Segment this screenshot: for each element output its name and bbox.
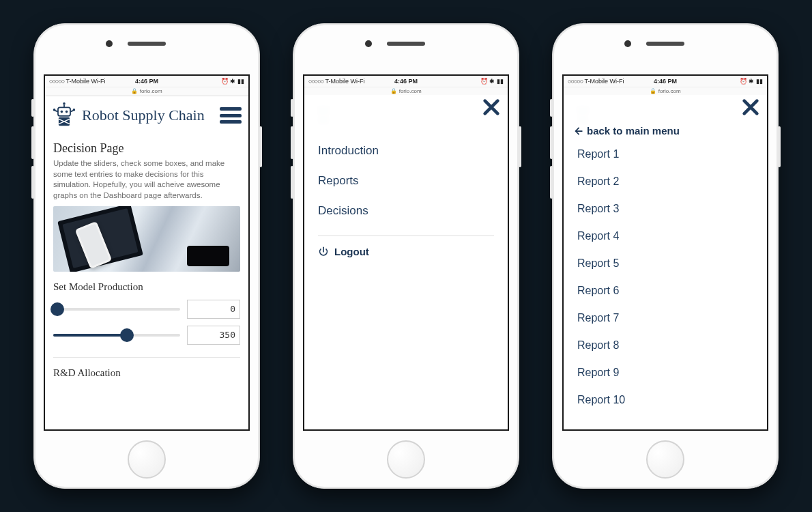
screen-2: ○○○○○ T-Mobile Wi-Fi 4:46 PM ⏰ ✱ ▮▮ 🔒 fo… — [303, 74, 509, 431]
status-right-icons: ⏰ ✱ ▮▮ — [480, 78, 504, 85]
menu-separator — [318, 236, 494, 236]
back-label: back to main menu — [587, 125, 680, 137]
hero-image — [53, 206, 240, 272]
slider-2-value-input[interactable]: 350 — [187, 326, 240, 345]
svg-point-3 — [61, 111, 63, 113]
stage: ○○○○○ T-Mobile Wi-Fi 4:46 PM ⏰ ✱ ▮▮ 🔒 fo… — [0, 0, 812, 512]
menu-item-decisions[interactable]: Decisions — [304, 196, 508, 226]
home-button[interactable] — [387, 440, 425, 479]
home-button[interactable] — [646, 440, 684, 479]
brand: Robot Supply Chain — [52, 102, 205, 129]
status-right-icons: ⏰ ✱ ▮▮ — [740, 78, 763, 85]
logout-label: Logout — [334, 246, 369, 257]
logout-button[interactable]: Logout — [304, 246, 508, 257]
svg-point-6 — [53, 109, 56, 111]
page-description: Update the sliders, check some boxes, an… — [53, 158, 240, 201]
divider — [53, 357, 240, 358]
menu-item-introduction[interactable]: Introduction — [304, 136, 508, 166]
slider-row-2: 350 — [53, 326, 240, 345]
phone-mockup-3: ○○○○○ T-Mobile Wi-Fi 4:46 PM ⏰ ✱ ▮▮ 🔒 fo… — [552, 23, 779, 489]
phone-mockup-1: ○○○○○ T-Mobile Wi-Fi 4:46 PM ⏰ ✱ ▮▮ 🔒 fo… — [33, 23, 260, 489]
screen-1: ○○○○○ T-Mobile Wi-Fi 4:46 PM ⏰ ✱ ▮▮ 🔒 fo… — [44, 74, 250, 431]
app-header: Robot Supply Chain — [45, 96, 248, 134]
carrier-label: T-Mobile Wi-Fi — [325, 78, 365, 85]
clock-label: 4:46 PM — [394, 78, 418, 85]
url-label: forio.com — [399, 88, 422, 94]
close-icon[interactable] — [482, 98, 501, 119]
url-label: forio.com — [140, 88, 162, 94]
svg-point-8 — [73, 109, 76, 111]
home-button[interactable] — [128, 440, 166, 479]
slider-1[interactable] — [53, 308, 180, 311]
main-menu-list: Introduction Reports Decisions Logout — [304, 136, 508, 257]
slider-thumb-1[interactable] — [50, 302, 64, 316]
arrow-left-icon — [573, 126, 583, 136]
report-item-6[interactable]: Report 6 — [564, 277, 767, 304]
svg-rect-2 — [58, 107, 70, 116]
section-title-rnd: R&D Allocation — [53, 367, 240, 379]
clock-label: 4:46 PM — [654, 78, 677, 85]
power-icon — [318, 246, 329, 257]
robot-icon — [52, 102, 76, 129]
clock-label: 4:46 PM — [135, 78, 158, 85]
report-item-8[interactable]: Report 8 — [564, 332, 767, 359]
svg-point-4 — [66, 111, 68, 113]
report-item-9[interactable]: Report 9 — [564, 359, 767, 386]
slider-2[interactable] — [53, 334, 180, 337]
section-title-production: Set Model Production — [53, 281, 240, 293]
brand-title: Robot Supply Chain — [82, 107, 205, 123]
slider-row-1: 0 — [53, 300, 240, 319]
browser-urlbar: 🔒 forio.com — [45, 87, 248, 96]
svg-point-0 — [63, 102, 66, 105]
report-item-1[interactable]: Report 1 — [564, 141, 767, 168]
report-item-4[interactable]: Report 4 — [564, 223, 767, 250]
carrier-label: T-Mobile Wi-Fi — [585, 78, 624, 85]
menu-item-reports[interactable]: Reports — [304, 166, 508, 196]
menu-overlay: Introduction Reports Decisions Logout — [304, 95, 508, 429]
ios-statusbar: ○○○○○ T-Mobile Wi-Fi 4:46 PM ⏰ ✱ ▮▮ — [45, 76, 248, 87]
report-item-7[interactable]: Report 7 — [564, 304, 767, 332]
report-item-5[interactable]: Report 5 — [564, 250, 767, 277]
page-title: Decision Page — [53, 141, 240, 156]
ios-statusbar: ○○○○○ T-Mobile Wi-Fi 4:46 PM ⏰ ✱ ▮▮ — [304, 76, 508, 87]
screen-3: ○○○○○ T-Mobile Wi-Fi 4:46 PM ⏰ ✱ ▮▮ 🔒 fo… — [562, 74, 768, 431]
slider-thumb-2[interactable] — [120, 328, 134, 342]
phone-mockup-2: ○○○○○ T-Mobile Wi-Fi 4:46 PM ⏰ ✱ ▮▮ 🔒 fo… — [293, 23, 519, 489]
submenu-overlay: back to main menu Report 1 Report 2 Repo… — [564, 95, 767, 429]
back-to-main-link[interactable]: back to main menu — [573, 125, 767, 137]
status-right-icons: ⏰ ✱ ▮▮ — [221, 78, 244, 85]
report-item-10[interactable]: Report 10 — [564, 386, 767, 414]
menu-hamburger-icon[interactable] — [220, 107, 242, 124]
report-list: Report 1 Report 2 Report 3 Report 4 Repo… — [564, 141, 767, 414]
close-icon[interactable] — [741, 98, 760, 119]
ios-statusbar: ○○○○○ T-Mobile Wi-Fi 4:46 PM ⏰ ✱ ▮▮ — [564, 76, 767, 87]
report-item-2[interactable]: Report 2 — [564, 168, 767, 195]
report-item-3[interactable]: Report 3 — [564, 195, 767, 223]
slider-1-value-input[interactable]: 0 — [187, 300, 240, 319]
url-label: forio.com — [658, 88, 681, 94]
carrier-label: T-Mobile Wi-Fi — [66, 78, 106, 85]
